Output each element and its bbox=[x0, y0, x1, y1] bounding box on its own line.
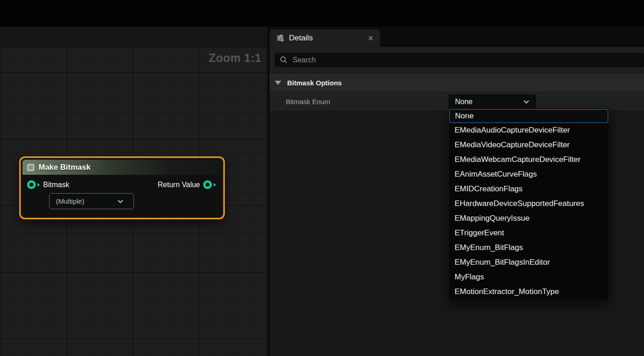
dropdown-item[interactable]: EHardwareDeviceSupportedFeatures bbox=[449, 196, 609, 211]
dropdown-item[interactable]: EMediaWebcamCaptureDeviceFilter bbox=[449, 152, 609, 167]
bitmask-enum-combobox[interactable]: None bbox=[449, 95, 536, 109]
pin-row: Bitmask Return Value bbox=[27, 180, 216, 189]
search-input[interactable] bbox=[292, 56, 639, 65]
tab-details[interactable]: Details × bbox=[270, 29, 380, 47]
dropdown-item[interactable]: EMIDCreationFlags bbox=[449, 182, 609, 196]
node-title: Make Bitmask bbox=[39, 163, 90, 172]
tab-well: Details × bbox=[270, 27, 644, 47]
bitmask-value-text: (Multiple) bbox=[56, 197, 84, 205]
node-header[interactable]: Make Bitmask bbox=[22, 160, 222, 175]
combobox-value: None bbox=[455, 98, 472, 106]
graph-canvas[interactable]: Zoom 1:1 Make Bitmask bbox=[0, 48, 267, 356]
pin-arrow-icon bbox=[38, 183, 40, 187]
dropdown-item[interactable]: EMediaVideoCaptureDeviceFilter bbox=[449, 138, 609, 152]
chevron-down-icon bbox=[523, 100, 529, 104]
dropdown-item[interactable]: EMotionExtractor_MotionType bbox=[449, 284, 609, 299]
tab-title: Details bbox=[289, 33, 313, 43]
category-title: Bitmask Options bbox=[287, 79, 342, 87]
node-frame: Make Bitmask Bitmask Return Value bbox=[22, 159, 222, 217]
dropdown-item[interactable]: MyFlags bbox=[449, 270, 609, 284]
pin-arrow-icon bbox=[214, 183, 216, 187]
dropdown-item[interactable]: ETriggerEvent bbox=[449, 226, 609, 240]
search-box[interactable] bbox=[275, 53, 644, 67]
search-row bbox=[270, 47, 644, 73]
return-value-output-pin[interactable] bbox=[203, 180, 212, 189]
node-body: Bitmask Return Value (Multiple) bbox=[22, 175, 222, 216]
output-pin-group: Return Value bbox=[158, 180, 216, 189]
details-icon bbox=[276, 34, 284, 42]
property-row-bitmask-enum: Bitmask Enum None bbox=[270, 92, 644, 111]
dropdown-item[interactable]: EMappingQueryIssue bbox=[449, 211, 609, 226]
blueprint-graph-panel: Zoom 1:1 Make Bitmask bbox=[0, 27, 267, 356]
input-pin-label: Bitmask bbox=[43, 181, 69, 189]
category-collapse-arrow-icon bbox=[275, 81, 281, 85]
output-pin-label: Return Value bbox=[158, 181, 200, 189]
dropdown-item[interactable]: None bbox=[450, 109, 608, 123]
details-panel: Details × Bitmask Options Bitmask Enum N… bbox=[270, 27, 644, 356]
bitmask-input-pin[interactable] bbox=[27, 180, 36, 189]
graph-toolbar bbox=[0, 27, 267, 48]
zoom-level-label: Zoom 1:1 bbox=[209, 51, 261, 65]
struct-icon bbox=[27, 164, 34, 171]
input-pin-group: Bitmask bbox=[27, 180, 69, 189]
dropdown-item[interactable]: EMyEnum_BitFlagsInEditor bbox=[449, 255, 609, 270]
window-top-bar bbox=[0, 0, 644, 27]
bitmask-value-dropdown[interactable]: (Multiple) bbox=[49, 193, 134, 209]
search-icon bbox=[280, 56, 288, 64]
make-bitmask-node[interactable]: Make Bitmask Bitmask Return Value bbox=[19, 156, 225, 219]
chevron-down-icon bbox=[117, 200, 123, 203]
dropdown-item[interactable]: EMediaAudioCaptureDeviceFilter bbox=[449, 123, 609, 138]
close-icon[interactable]: × bbox=[368, 33, 373, 43]
property-label: Bitmask Enum bbox=[286, 98, 330, 106]
dropdown-item[interactable]: EMyEnum_BitFlags bbox=[449, 240, 609, 255]
dropdown-item[interactable]: EAnimAssetCurveFlags bbox=[449, 167, 609, 182]
category-bitmask-options[interactable]: Bitmask Options bbox=[270, 73, 644, 92]
enum-dropdown-menu: NoneEMediaAudioCaptureDeviceFilterEMedia… bbox=[449, 108, 609, 300]
